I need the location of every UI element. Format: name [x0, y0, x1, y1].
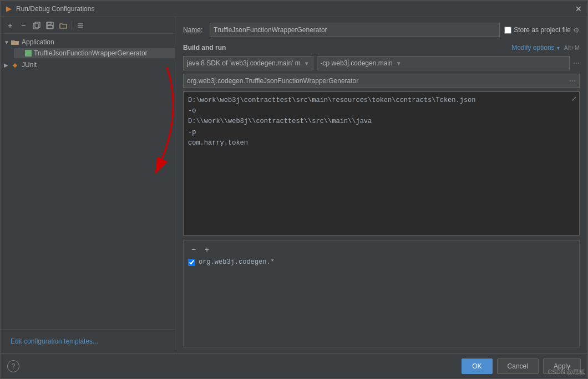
tree-toggle-application: ▼ [4, 39, 11, 45]
modify-options-shortcut: Alt+M [564, 44, 580, 51]
build-run-title: Build and run [183, 44, 226, 52]
classpath-item: org.web3j.codegen.* [188, 257, 575, 267]
copy-config-button[interactable] [31, 19, 43, 32]
classpath-plus-button[interactable]: + [201, 244, 212, 255]
classpath-toolbar: − + [188, 244, 575, 255]
application-folder-icon [11, 38, 19, 47]
close-button[interactable]: ✕ [574, 4, 583, 13]
junit-group-label: JUnit [22, 61, 37, 69]
folder-config-button[interactable] [57, 19, 69, 32]
toolbar-separator [72, 21, 72, 30]
svg-rect-4 [47, 25, 53, 28]
title-bar: ▶ Run/Debug Configurations ✕ [1, 1, 587, 17]
run-config-icon [26, 50, 31, 56]
save-config-button[interactable] [44, 19, 56, 32]
build-run-section-header: Build and run Modify options ▾ Alt+M [183, 44, 580, 52]
cp-value-text: -cp web3j.codegen.main [321, 59, 393, 67]
modify-options-arrow: ▾ [557, 45, 560, 51]
cp-dropdown-arrow: ▼ [396, 60, 402, 66]
junit-icon: ◆ [11, 60, 19, 69]
sdk-cp-row: java 8 SDK of 'web3j.codegen.main' m ▼ -… [183, 56, 580, 70]
title-bar-left: ▶ Run/Debug Configurations [5, 5, 94, 13]
config-toolbar: + − [1, 17, 175, 34]
svg-marker-8 [27, 51, 31, 55]
bottom-left: ? [7, 360, 19, 372]
program-args-field[interactable]: ⤢ D:\work\web3j\contracttest\src\main\re… [183, 91, 580, 235]
run-debug-icon: ▶ [5, 5, 13, 13]
tree-application-children: TruffleJsonFunctionWrapperGenerator [1, 48, 175, 58]
cancel-button[interactable]: Cancel [497, 358, 539, 374]
cp-expand-icon[interactable]: ⋯ [573, 59, 580, 67]
config-run-icon [25, 50, 32, 57]
modify-options-container: Modify options ▾ Alt+M [511, 44, 580, 52]
application-group-label: Application [22, 38, 54, 46]
svg-rect-3 [48, 22, 51, 25]
help-button[interactable]: ? [7, 360, 19, 372]
left-panel-bottom: Edit configuration templates... [1, 329, 175, 353]
add-config-button[interactable]: + [4, 19, 16, 32]
main-class-expand-icon[interactable]: ⋯ [569, 77, 576, 85]
run-debug-dialog: ▶ Run/Debug Configurations ✕ + − [0, 0, 588, 379]
store-project-container: Store as project file ⚙ [504, 26, 580, 34]
name-row: Name: Store as project file ⚙ [183, 23, 580, 37]
watermark-text: CSDN @思狐 [548, 368, 585, 376]
sort-config-button[interactable] [74, 19, 87, 32]
save-icon [46, 22, 54, 29]
dialog-title: Run/Debug Configurations [16, 5, 94, 13]
bottom-bar: ? OK Cancel Apply [1, 353, 587, 378]
name-input[interactable] [210, 23, 500, 37]
name-label-text: Name: [183, 26, 202, 34]
folder-icon [59, 22, 67, 29]
sdk-dropdown[interactable]: java 8 SDK of 'web3j.codegen.main' m ▼ [183, 56, 313, 70]
ok-button[interactable]: OK [462, 358, 492, 374]
copy-icon [33, 22, 40, 29]
tree-group-junit[interactable]: ▶ ◆ JUnit [1, 59, 175, 70]
tree-toggle-junit: ▶ [4, 62, 11, 68]
tree-item-truffle-config[interactable]: TruffleJsonFunctionWrapperGenerator [14, 48, 175, 58]
main-class-field: org.web3j.codegen.TruffleJsonFunctionWra… [183, 74, 580, 88]
cp-dropdown[interactable]: -cp web3j.codegen.main ▼ [317, 56, 570, 70]
name-label: Name: [183, 26, 205, 34]
args-expand-icon[interactable]: ⤢ [571, 94, 577, 104]
tree-group-application[interactable]: ▼ Application [1, 36, 175, 48]
store-project-checkbox[interactable] [504, 27, 511, 34]
edit-config-templates-link[interactable]: Edit configuration templates... [5, 334, 170, 349]
classpath-section: − + org.web3j.codegen.* [183, 240, 580, 347]
right-panel: Name: Store as project file ⚙ Build and … [175, 17, 587, 353]
main-class-value: org.web3j.codegen.TruffleJsonFunctionWra… [187, 77, 358, 85]
folder-open-icon [11, 39, 19, 45]
truffle-config-label: TruffleJsonFunctionWrapperGenerator [34, 49, 148, 57]
sort-icon [77, 22, 84, 29]
modify-options-link[interactable]: Modify options [511, 44, 554, 52]
sdk-dropdown-arrow: ▼ [304, 60, 310, 66]
classpath-item-label: org.web3j.codegen.* [199, 258, 275, 266]
config-tree: ▼ Application [1, 34, 175, 329]
program-args-text: D:\work\web3j\contracttest\src\main\reso… [188, 95, 575, 148]
left-panel: + − [1, 17, 175, 353]
store-project-label: Store as project file [514, 26, 571, 34]
main-content: + − [1, 17, 587, 353]
remove-config-button[interactable]: − [17, 19, 29, 32]
classpath-minus-button[interactable]: − [188, 244, 199, 255]
sdk-value-text: java 8 SDK of 'web3j.codegen.main' m [187, 59, 301, 67]
classpath-item-checkbox[interactable] [188, 259, 195, 266]
gear-icon[interactable]: ⚙ [573, 26, 580, 34]
